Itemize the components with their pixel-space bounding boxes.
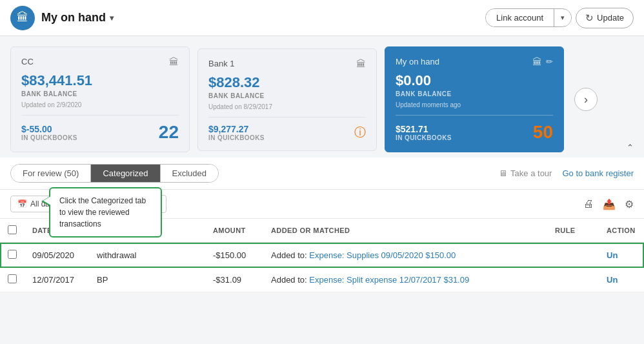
row1-description: withdrawal [89, 243, 205, 268]
take-tour-icon: 🖥 [499, 168, 507, 178]
app-title-text: My on hand [41, 11, 106, 25]
card-cc-bank-balance: $83,441.51 [21, 72, 179, 89]
logo-icon: 🏛 [10, 6, 35, 30]
tabs-bar: For review (50) Categorized Excluded Cli… [0, 157, 644, 190]
row2-rule [547, 268, 599, 292]
card-cc-updated: Updated on 2/9/2020 [21, 101, 81, 108]
row1-amount: -$150.00 [205, 243, 263, 268]
select-all-checkbox[interactable] [8, 225, 17, 234]
take-tour-link[interactable]: 🖥 Take a tour [499, 168, 552, 178]
card-bank1-qs-amount: $9,277.27 [208, 124, 265, 134]
card-myonhand-qs-label: IN QUICKBOOKS [396, 134, 452, 141]
table-row: 09/05/2020 withdrawal -$150.00 Added to:… [0, 243, 644, 268]
tab-categorized[interactable]: Categorized [91, 165, 159, 182]
update-button[interactable]: ↻ Update [576, 8, 634, 28]
card-cc-qs-label: IN QUICKBOOKS [21, 134, 77, 141]
link-account-button-group: Link account ▾ [485, 8, 572, 27]
row2-action-cell: Un [599, 268, 644, 292]
card-bank1-bank-icon: 🏛 [356, 58, 366, 69]
filter-icons-group: 🖨 📤 ⚙ [583, 198, 634, 210]
table-row: 12/07/2017 BP -$31.09 Added to: Expense:… [0, 268, 644, 292]
card-myonhand-edit-icon[interactable]: ✏ [546, 57, 553, 66]
row1-added-or-matched: Added to: Expense: Supplies 09/05/2020 $… [263, 243, 547, 268]
card-cc-qs-amount: $-55.00 [21, 124, 77, 134]
th-rule: RULE [547, 219, 599, 243]
th-amount: AMOUNT [205, 219, 263, 243]
row1-added-link[interactable]: Expense: Supplies 09/05/2020 $150.00 [309, 250, 456, 260]
take-tour-label: Take a tour [510, 168, 552, 178]
app-title: My on hand ▾ [41, 11, 114, 25]
row1-checkbox-cell [0, 243, 25, 268]
card-myonhand-name: My on hand [396, 57, 439, 66]
callout-box: Click the Categorized tab to view the re… [49, 187, 162, 238]
row1-rule [547, 243, 599, 268]
card-myonhand-bank-balance: $0.00 [396, 72, 553, 89]
th-action: ACTION [599, 219, 644, 243]
card-bank1-info-icon: ⓘ [354, 125, 366, 140]
header-right: Link account ▾ ↻ Update [485, 8, 634, 28]
row2-description: BP [89, 268, 205, 292]
row2-added-label: Added to: [271, 275, 307, 285]
row1-checkbox[interactable] [8, 250, 17, 259]
row1-date: 09/05/2020 [25, 243, 89, 268]
tabs-right: 🖥 Take a tour Go to bank register [499, 168, 634, 178]
row2-added-link[interactable]: Expense: Split expense 12/07/2017 $31.09 [309, 275, 469, 285]
card-cc[interactable]: CC 🏛 $83,441.51 BANK BALANCE Updated on … [10, 46, 190, 152]
card-cc-bank-icon: 🏛 [169, 56, 179, 67]
card-myonhand-count: 50 [533, 122, 553, 143]
tab-group: For review (50) Categorized Excluded [10, 164, 219, 183]
calendar-icon: 📅 [17, 199, 27, 208]
row1-added-label: Added to: [271, 250, 307, 260]
row2-undo-button[interactable]: Un [607, 275, 618, 285]
row2-checkbox-cell [0, 268, 25, 292]
top-header: 🏛 My on hand ▾ Link account ▾ ↻ Update [0, 0, 644, 36]
card-myonhand[interactable]: My on hand 🏛 ✏ $0.00 BANK BALANCE Update… [385, 46, 564, 152]
row2-amount: -$31.09 [205, 268, 263, 292]
cards-next-arrow[interactable]: › [574, 88, 598, 111]
print-icon: 🖨 [583, 198, 594, 209]
update-icon: ↻ [585, 12, 594, 24]
link-account-main-button[interactable]: Link account [486, 9, 554, 26]
go-to-bank-register-link[interactable]: Go to bank register [562, 168, 634, 178]
card-bank1-balance-label: BANK BALANCE [208, 92, 366, 99]
card-cc-balance-label: BANK BALANCE [21, 90, 179, 97]
print-button[interactable]: 🖨 [583, 198, 594, 210]
card-bank1-name: Bank 1 [208, 59, 234, 68]
card-myonhand-updated: Updated moments ago [396, 101, 461, 108]
callout-text: Click the Categorized tab to view the re… [59, 196, 146, 228]
card-cc-name: CC [21, 57, 34, 66]
settings-icon: ⚙ [625, 199, 634, 210]
card-bank1[interactable]: Bank 1 🏛 $828.32 BANK BALANCE Updated on… [197, 48, 377, 151]
card-myonhand-qs-amount: $521.71 [396, 124, 452, 134]
th-added-or-matched: ADDED OR MATCHED [263, 219, 547, 243]
settings-button[interactable]: ⚙ [625, 198, 634, 210]
card-myonhand-balance-label: BANK BALANCE [396, 90, 553, 97]
th-checkbox [0, 219, 25, 243]
cards-area: CC 🏛 $83,441.51 BANK BALANCE Updated on … [0, 36, 644, 157]
tab-excluded[interactable]: Excluded [161, 165, 218, 182]
title-chevron-icon[interactable]: ▾ [110, 14, 114, 23]
row1-undo-button[interactable]: Un [607, 250, 618, 260]
row2-added-or-matched: Added to: Expense: Split expense 12/07/2… [263, 268, 547, 292]
card-bank1-updated: Updated on 8/29/2017 [208, 103, 272, 110]
callout-arrow-inner [43, 196, 51, 205]
row2-date: 12/07/2017 [25, 268, 89, 292]
cards-collapse-button[interactable]: ⌃ [627, 143, 634, 152]
card-cc-count: 22 [159, 122, 179, 143]
card-bank1-bank-balance: $828.32 [208, 74, 366, 91]
tab-for-review[interactable]: For review (50) [11, 165, 90, 182]
row2-checkbox[interactable] [8, 274, 17, 283]
card-myonhand-bank-icon: 🏛 [532, 56, 542, 67]
link-account-caret-button[interactable]: ▾ [554, 10, 571, 26]
tabs-group-wrapper: For review (50) Categorized Excluded Cli… [10, 164, 219, 183]
card-bank1-qs-label: IN QUICKBOOKS [208, 134, 265, 141]
export-icon: 📤 [603, 199, 616, 210]
update-label: Update [597, 13, 624, 23]
row1-action-cell: Un [599, 243, 644, 268]
export-button[interactable]: 📤 [603, 198, 616, 210]
